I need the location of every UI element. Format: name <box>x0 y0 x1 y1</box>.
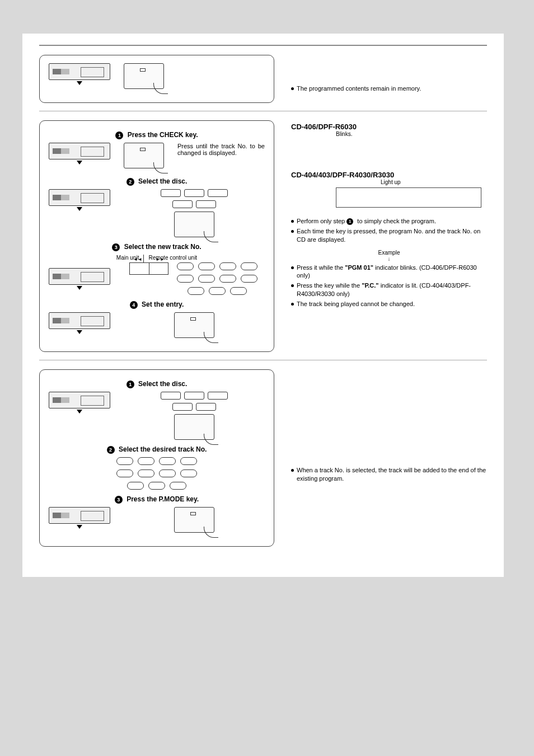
arrow-down-icon <box>77 330 82 334</box>
add-step2-label: Select the desired track No. <box>119 445 207 453</box>
stop-note: The programmed contents remain in memory… <box>291 84 487 93</box>
step-number-icon: 4 <box>130 301 138 309</box>
step-number-icon: 2 <box>127 178 134 186</box>
arrow-down-icon <box>77 81 82 85</box>
change-section: 1 Press the CHECK key. Press until t <box>39 120 487 352</box>
remote-hand-icon <box>174 212 214 237</box>
pc-note: Press the key while the "P.C." indicator… <box>291 281 487 298</box>
step-title: 2 Select the disc. <box>49 177 265 186</box>
remote-pmode-icon <box>174 507 214 533</box>
add-section: 1 Select the disc. <box>39 369 487 547</box>
device-icon <box>49 143 110 159</box>
model-a-heading: CD-406/DPF-R6030 <box>291 123 487 131</box>
step-title: 2 Select the desired track No. <box>49 445 265 454</box>
step-title: 3 Press the P.MODE key. <box>49 495 265 504</box>
step1-desc: Press until the track No. to be changed … <box>177 143 265 156</box>
arrow-down-icon <box>77 410 82 414</box>
pgm-note: Press it while the "PGM 01" indicator bl… <box>291 264 487 280</box>
section-rule <box>39 111 487 111</box>
section-rule <box>39 45 487 46</box>
step4-label: Set the entry. <box>142 300 184 308</box>
device-icon <box>49 63 110 80</box>
device-icon <box>49 312 110 329</box>
numeric-keys-icon <box>175 262 259 295</box>
add-step1-label: Select the disc. <box>138 380 187 388</box>
example-block: Example ↓ <box>291 250 487 262</box>
numeric-keys-icon <box>115 457 199 490</box>
remote-set-icon <box>174 312 214 338</box>
track-note: The track being played cannot be changed… <box>291 300 487 308</box>
skip-buttons-icon <box>129 262 168 275</box>
step-number-icon: 1 <box>115 132 123 139</box>
device-icon <box>49 189 110 206</box>
remote-hand-icon <box>174 414 214 440</box>
remote-check-icon <box>124 143 164 168</box>
device-icon <box>49 392 110 408</box>
arrow-down-icon: ↓ <box>388 256 391 262</box>
step-ref-icon: 1 <box>346 218 353 225</box>
step-title: 4 Set the entry. <box>49 300 265 309</box>
add-note: When a track No. is selected, the track … <box>291 466 487 483</box>
stop-frame <box>39 55 274 103</box>
add-frame: 1 Select the disc. <box>39 369 274 547</box>
perform-note: Perform only step 1 to simply check the … <box>291 217 487 226</box>
step-title: 1 Select the disc. <box>49 380 265 388</box>
remote-stop-icon <box>124 63 164 89</box>
model-b-heading: CD-404/403/DPF-R4030/R3030 <box>291 171 487 179</box>
arrow-down-icon <box>77 286 82 290</box>
step-number-icon: 2 <box>107 446 115 454</box>
each-time-note: Each time the key is pressed, the progra… <box>291 227 487 244</box>
stop-section: The programmed contents remain in memory… <box>39 55 487 103</box>
display-panel <box>336 187 481 208</box>
step-number-icon: 1 <box>127 381 134 388</box>
lightup-label: Light up <box>381 179 487 185</box>
device-icon <box>49 268 110 285</box>
step-number-icon: 3 <box>115 496 123 504</box>
disc-keys-icon <box>152 392 236 411</box>
step-number-icon: 3 <box>112 243 120 251</box>
divider <box>143 255 144 262</box>
section-rule <box>39 360 487 360</box>
step-title: 1 Press the CHECK key. <box>49 131 265 139</box>
change-frame: 1 Press the CHECK key. Press until t <box>39 120 274 352</box>
step-title: 3 Select the new track No. <box>49 243 265 251</box>
disc-keys-icon <box>152 189 236 208</box>
step2-label: Select the disc. <box>138 177 187 185</box>
device-icon <box>49 507 110 524</box>
arrow-down-icon <box>77 161 82 165</box>
arrow-down-icon <box>77 207 82 211</box>
step3-label: Select the new track No. <box>124 243 202 251</box>
step1-label: Press the CHECK key. <box>128 131 198 139</box>
add-step3-label: Press the P.MODE key. <box>127 495 199 503</box>
blinks-label: Blinks. <box>336 131 487 137</box>
arrow-down-icon <box>77 525 82 529</box>
